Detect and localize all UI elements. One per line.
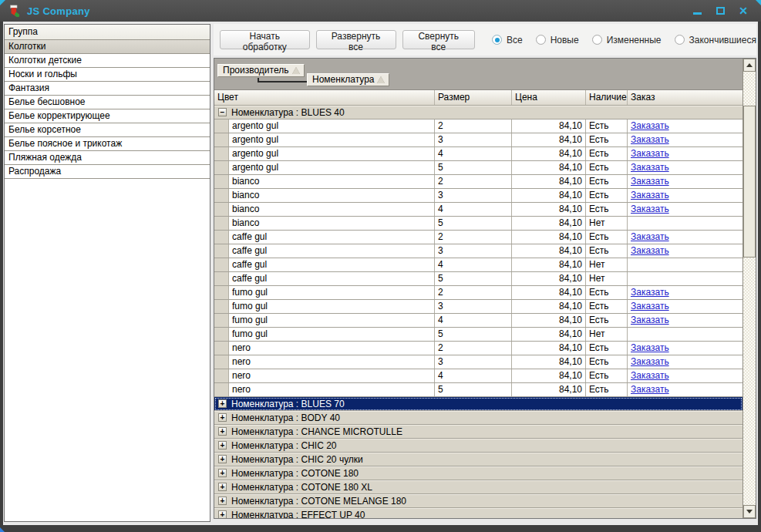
- order-link[interactable]: Заказать: [631, 370, 669, 381]
- cell-size: 2: [435, 286, 512, 299]
- toolbar-button[interactable]: Начать обработку: [220, 30, 310, 49]
- order-link[interactable]: Заказать: [631, 120, 669, 131]
- order-link[interactable]: Заказать: [631, 245, 669, 256]
- data-row[interactable]: bianco284,10ЕстьЗаказать: [214, 175, 742, 189]
- radio-option[interactable]: Все: [492, 35, 523, 45]
- radio-label: Новые: [551, 35, 579, 45]
- data-row[interactable]: fumo gul284,10ЕстьЗаказать: [214, 286, 742, 300]
- group-row[interactable]: +Номенклатура : CHIC 20 чулки: [214, 453, 742, 466]
- group-row[interactable]: +Номенклатура : COTONE 180: [214, 466, 742, 480]
- data-row[interactable]: caffe gul384,10ЕстьЗаказать: [214, 244, 742, 258]
- group-row[interactable]: +Номенклатура : BODY 40: [214, 411, 742, 425]
- toolbar-button[interactable]: Развернуть все: [316, 30, 396, 49]
- order-link[interactable]: Заказать: [631, 134, 669, 145]
- minimize-icon[interactable]: [692, 5, 702, 16]
- data-row[interactable]: argento gul584,10ЕстьЗаказать: [214, 161, 742, 175]
- order-link[interactable]: Заказать: [631, 384, 669, 395]
- expand-group-icon[interactable]: +: [218, 510, 227, 518]
- order-link[interactable]: Заказать: [631, 342, 669, 353]
- group-row[interactable]: +Номенклатура : EFFECT UP 40: [214, 508, 742, 518]
- cell-availability: Есть: [586, 355, 628, 369]
- order-link[interactable]: Заказать: [631, 162, 669, 173]
- group-row[interactable]: +Номенклатура : COTONE 180 XL: [214, 480, 742, 494]
- radio-button-icon[interactable]: [492, 35, 502, 45]
- expand-group-icon[interactable]: +: [218, 399, 227, 408]
- radio-button-icon[interactable]: [592, 35, 602, 45]
- order-link[interactable]: Заказать: [631, 315, 669, 325]
- data-row[interactable]: fumo gul384,10ЕстьЗаказать: [214, 300, 742, 314]
- group-row[interactable]: +Номенклатура : BLUES 70: [214, 397, 742, 411]
- order-link[interactable]: Заказать: [631, 190, 669, 200]
- radio-button-icon[interactable]: [675, 35, 685, 45]
- order-link[interactable]: Заказать: [631, 148, 669, 159]
- column-header[interactable]: Размер: [435, 90, 512, 105]
- cell-order: Заказать: [628, 175, 742, 188]
- group-row[interactable]: +Номенклатура : CHIC 20: [214, 439, 742, 453]
- data-row[interactable]: fumo gul584,10Нет: [214, 328, 742, 342]
- group-row[interactable]: +Номенклатура : CHANCE MICROTULLE: [214, 425, 742, 439]
- sidebar-item[interactable]: Носки и гольфы: [5, 68, 210, 82]
- sidebar-item[interactable]: Колготки детские: [5, 54, 210, 68]
- radio-option[interactable]: Измененные: [592, 35, 662, 45]
- data-row[interactable]: nero484,10ЕстьЗаказать: [214, 369, 742, 383]
- group-row[interactable]: −Номенклатура : BLUES 40: [214, 106, 742, 120]
- order-link[interactable]: Заказать: [631, 287, 669, 298]
- sidebar-item[interactable]: Распродажа: [5, 165, 210, 179]
- expand-group-icon[interactable]: +: [218, 483, 227, 491]
- sidebar-item[interactable]: Пляжная одежда: [5, 151, 210, 165]
- scroll-up-arrow[interactable]: [743, 59, 756, 72]
- collapse-group-icon[interactable]: −: [218, 108, 227, 116]
- expand-group-icon[interactable]: +: [218, 455, 227, 463]
- data-row[interactable]: caffe gul584,10Нет: [214, 272, 742, 286]
- expand-group-icon[interactable]: +: [218, 427, 227, 436]
- column-header[interactable]: Наличие: [586, 90, 628, 105]
- order-link[interactable]: Заказать: [631, 356, 669, 367]
- data-row[interactable]: nero384,10ЕстьЗаказать: [214, 355, 742, 369]
- expand-group-icon[interactable]: +: [218, 413, 227, 422]
- data-row[interactable]: argento gul384,10ЕстьЗаказать: [214, 133, 742, 147]
- column-header[interactable]: Цвет: [214, 90, 435, 105]
- data-row[interactable]: bianco384,10ЕстьЗаказать: [214, 189, 742, 203]
- data-row[interactable]: bianco484,10ЕстьЗаказать: [214, 203, 742, 217]
- radio-button-icon[interactable]: [536, 35, 546, 45]
- cell-price: 84,10: [512, 328, 586, 341]
- sidebar-item[interactable]: Белье поясное и трикотаж: [5, 137, 210, 151]
- column-header[interactable]: Цена: [512, 90, 586, 105]
- cell-availability: Нет: [586, 217, 628, 230]
- maximize-icon[interactable]: [715, 5, 726, 16]
- order-link[interactable]: Заказать: [631, 231, 669, 242]
- sidebar-item[interactable]: Фантазия: [5, 82, 210, 96]
- vertical-scrollbar[interactable]: [742, 59, 756, 518]
- order-link[interactable]: Заказать: [631, 301, 669, 311]
- cell-size: 3: [435, 189, 512, 202]
- radio-option[interactable]: Закончившиеся: [675, 35, 756, 45]
- data-row[interactable]: nero284,10ЕстьЗаказать: [214, 342, 742, 355]
- sidebar-item[interactable]: Белье корсетное: [5, 123, 210, 137]
- data-row[interactable]: caffe gul484,10Нет: [214, 258, 742, 272]
- scroll-down-arrow[interactable]: [743, 505, 756, 518]
- order-link[interactable]: Заказать: [631, 204, 669, 214]
- sidebar-item[interactable]: Белье корректирующее: [5, 109, 210, 123]
- data-row[interactable]: argento gul284,10ЕстьЗаказать: [214, 120, 742, 133]
- order-link[interactable]: Заказать: [631, 176, 669, 187]
- sidebar-item[interactable]: Колготки: [5, 40, 210, 54]
- christmas-stocking-icon: [8, 5, 21, 18]
- column-header[interactable]: Заказ: [628, 90, 742, 105]
- sidebar-item[interactable]: Белье бесшовное: [5, 96, 210, 109]
- data-row[interactable]: fumo gul484,10ЕстьЗаказать: [214, 314, 742, 328]
- data-row[interactable]: bianco584,10Нет: [214, 217, 742, 231]
- expand-group-icon[interactable]: +: [218, 469, 227, 477]
- group-by-manufacturer[interactable]: Производитель: [217, 64, 305, 77]
- toolbar-button[interactable]: Свернуть все: [402, 30, 475, 49]
- data-row[interactable]: argento gul484,10ЕстьЗаказать: [214, 147, 742, 161]
- group-row[interactable]: +Номенклатура : COTONE MELANGE 180: [214, 494, 742, 508]
- data-row[interactable]: caffe gul284,10ЕстьЗаказать: [214, 231, 742, 244]
- expand-group-icon[interactable]: +: [218, 441, 227, 450]
- expand-group-icon[interactable]: +: [218, 497, 227, 505]
- radio-label: Закончившиеся: [689, 35, 756, 45]
- radio-option[interactable]: Новые: [536, 35, 579, 45]
- close-icon[interactable]: ✕: [738, 5, 749, 16]
- scrollbar-thumb[interactable]: [743, 106, 756, 258]
- data-row[interactable]: nero584,10ЕстьЗаказать: [214, 383, 742, 397]
- group-by-nomenclature[interactable]: Номенклатура: [307, 73, 389, 86]
